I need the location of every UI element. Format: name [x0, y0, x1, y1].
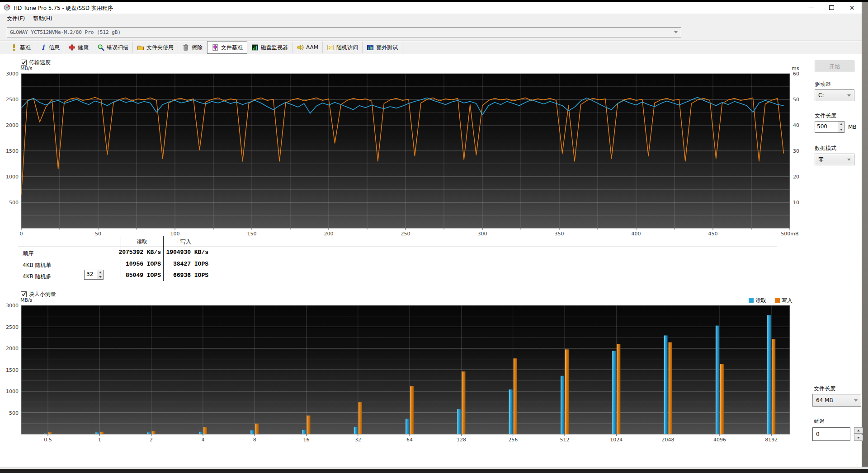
tab-file-benchmark[interactable]: 文件基准 [207, 41, 247, 54]
svg-text:50: 50 [95, 231, 101, 237]
row-sequential-label: 顺序 [23, 250, 33, 258]
drive-combo-value: C: [815, 92, 847, 98]
svg-text:150: 150 [247, 231, 257, 237]
svg-text:8192: 8192 [765, 437, 778, 443]
tab-info[interactable]: i 信息 [35, 42, 64, 53]
row-4k-single-write: 38427 IOPS [165, 261, 208, 267]
tab-benchmark[interactable]: 基准 [6, 42, 35, 53]
queue-depth-value: 32 [85, 270, 97, 279]
blocksize-checkbox[interactable] [21, 291, 27, 297]
tab-label: 文件基准 [221, 44, 243, 52]
svg-text:400: 400 [632, 231, 641, 237]
svg-text:200: 200 [324, 231, 334, 237]
svg-text:2048: 2048 [662, 437, 675, 443]
svg-text:1: 1 [98, 437, 101, 443]
row-sequential-read: 2075392 KB/s [98, 249, 161, 256]
tab-error-scan[interactable]: 错误扫描 [93, 42, 133, 53]
svg-text:350: 350 [555, 231, 564, 237]
transfer-speed-chart: 3000250020001500100050060504030201005010… [4, 66, 813, 242]
tab-health[interactable]: 健康 [64, 42, 93, 53]
maximize-button[interactable] [821, 2, 842, 14]
tab-extra-tests[interactable]: 额外测试 [363, 42, 402, 53]
tab-aam[interactable]: AAM [292, 42, 323, 53]
minimize-button[interactable] [801, 2, 821, 14]
svg-text:0: 0 [20, 231, 23, 237]
svg-text:1000: 1000 [6, 174, 19, 180]
drive-select-combo[interactable]: GLOWAY YCT512NVMe-M.2/80 Pro (512 gB) [7, 27, 681, 37]
drive-combo[interactable]: C: [815, 89, 854, 101]
menu-help[interactable]: 帮助(H) [29, 14, 56, 24]
svg-text:250: 250 [401, 231, 410, 237]
menubar: 文件(F) 帮助(H) [0, 14, 862, 23]
app-icon [4, 4, 10, 13]
svg-text:20: 20 [793, 174, 799, 180]
speaker-icon [297, 44, 304, 51]
table-col-read: 读取 [121, 238, 163, 246]
tab-disk-monitor[interactable]: 磁盘监视器 [247, 42, 292, 53]
chevron-down-icon [674, 31, 678, 33]
tab-label: AAM [306, 44, 318, 51]
tab-label: 基准 [20, 44, 31, 52]
svg-text:10: 10 [793, 200, 799, 206]
svg-text:2500: 2500 [6, 324, 19, 330]
data-mode-value: 零 [815, 156, 847, 164]
tab-label: 磁盘监视器 [261, 44, 288, 52]
row-sequential-write: 1904930 KB/s [165, 249, 208, 256]
svg-text:1024: 1024 [610, 437, 623, 443]
svg-text:3000: 3000 [6, 303, 19, 309]
file-length-unit: MB [848, 124, 857, 130]
exclamation-icon [10, 44, 18, 51]
svg-text:1500: 1500 [6, 367, 19, 373]
data-mode-combo[interactable]: 零 [815, 154, 854, 165]
tab-random-access[interactable]: 随机访问 [323, 42, 363, 53]
svg-text:2: 2 [150, 437, 153, 443]
tab-label: 文件夹使用 [146, 44, 174, 52]
svg-text:64: 64 [406, 437, 413, 443]
file-length2-label: 文件长度 [814, 385, 835, 393]
tab-label: 擦除 [192, 44, 203, 52]
check-icon [21, 60, 26, 65]
delay-up-button[interactable] [854, 427, 863, 434]
delay-down-button[interactable] [854, 435, 863, 441]
svg-text:3000: 3000 [6, 71, 19, 77]
svg-text:2000: 2000 [6, 346, 19, 351]
row-4k-single-label: 4KB 随机单 [23, 262, 52, 269]
delay-label: 延迟 [814, 417, 825, 425]
svg-text:4096: 4096 [713, 437, 726, 443]
file-length2-value: 64 MB [813, 397, 854, 403]
svg-text:500mB: 500mB [781, 231, 798, 237]
transfer-speed-checkbox[interactable] [21, 60, 27, 66]
drive-select-value: GLOWAY YCT512NVMe-M.2/80 Pro (512 gB) [7, 29, 674, 35]
tab-erase[interactable]: 擦除 [178, 42, 207, 53]
file-length-down[interactable] [838, 127, 844, 132]
chevron-down-icon [847, 94, 851, 97]
svg-text:2500: 2500 [6, 97, 19, 103]
table-col-write: 写入 [163, 238, 208, 246]
svg-text:32: 32 [355, 437, 361, 443]
random-access-icon [327, 44, 334, 51]
delay-value: 0 [816, 431, 820, 437]
file-length-spinner[interactable]: 500 [815, 121, 844, 133]
svg-text:1000: 1000 [6, 389, 19, 394]
svg-text:8: 8 [253, 437, 256, 443]
delay-input[interactable]: 0 [812, 427, 850, 441]
tab-label: 错误扫描 [107, 44, 128, 52]
tab-folder-usage[interactable]: 文件夹使用 [133, 42, 178, 53]
row-4k-multi-label: 4KB 随机多 [23, 273, 52, 281]
file-length-value: 500 [815, 122, 838, 132]
tab-label: 随机访问 [336, 44, 358, 52]
menu-file[interactable]: 文件(F) [3, 14, 29, 24]
svg-text:40: 40 [793, 122, 799, 128]
svg-text:50: 50 [793, 97, 799, 103]
row-4k-single-read: 10956 IOPS [98, 261, 161, 267]
blocksize-chart: 300025002000150010005000.512481632641282… [4, 297, 813, 446]
file-benchmark-icon [212, 44, 219, 51]
start-button[interactable]: 开始 [815, 61, 854, 72]
svg-text:4: 4 [201, 437, 204, 443]
svg-text:MB/s: MB/s [20, 297, 33, 303]
close-button[interactable]: × [842, 2, 862, 14]
titlebar: HD Tune Pro 5.75 - 硬盘/SSD 实用程序 × [0, 2, 862, 14]
file-length2-combo[interactable]: 64 MB [812, 394, 861, 407]
file-length-up[interactable] [838, 122, 844, 127]
start-button-label: 开始 [829, 63, 840, 70]
